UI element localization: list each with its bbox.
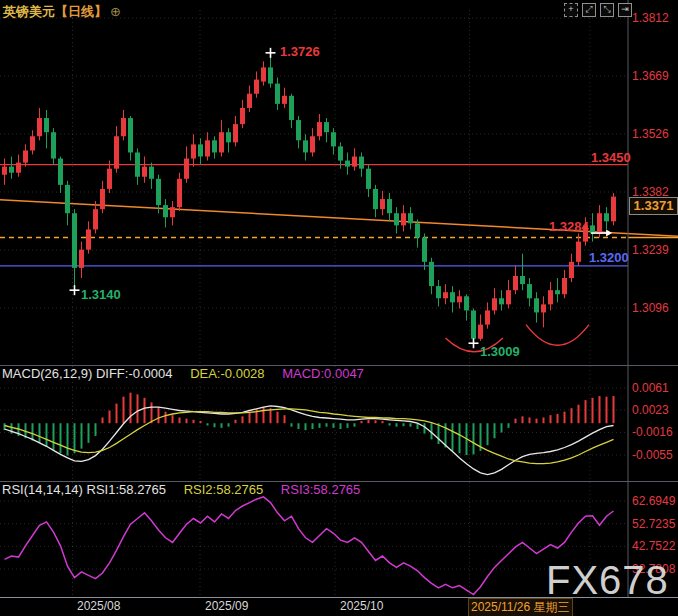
rsi-tick: 52.7235 xyxy=(632,517,675,531)
symbol-title: 英镑美元 xyxy=(3,4,55,19)
november-low-label: 1.3009 xyxy=(480,344,520,359)
swing-high-label: 1.3726 xyxy=(280,44,320,59)
chart-canvas[interactable] xyxy=(0,0,678,616)
price-tick: 1.3239 xyxy=(632,243,669,257)
price-tick: 1.3526 xyxy=(632,127,669,141)
chart-window: 英镑美元【日线】⊕ + ⤢ ⤡ ⇥ 1.3812 1.3669 1.3526 1… xyxy=(0,0,678,616)
zoom-y-fit-icon[interactable]: ⤢ xyxy=(582,3,596,17)
chart-header: 英镑美元【日线】⊕ xyxy=(3,3,121,21)
trendline-label: 1.3284 xyxy=(549,219,589,234)
macd-legend: MACD(26,12,9) DIFF:-0.0004 DEA:-0.0028 M… xyxy=(2,366,378,381)
price-tick: 1.3669 xyxy=(632,69,669,83)
rsi-line xyxy=(5,497,614,595)
swing-point-markers xyxy=(70,48,479,348)
month-label: 2025/08 xyxy=(77,599,120,613)
scroll-to-latest-icon[interactable]: ⇥ xyxy=(618,3,632,17)
pan-crosshair-icon[interactable]: + xyxy=(564,3,578,17)
resistance-label: 1.3450 xyxy=(591,150,631,165)
macd-diff-line xyxy=(5,406,614,475)
last-price-tag: 1.3371 xyxy=(629,197,678,215)
rsi-tick: 42.7522 xyxy=(632,539,675,553)
rsi2-label: RSI2:58.2765 xyxy=(184,482,264,497)
month-label: 2025/10 xyxy=(340,599,383,613)
price-tick: 1.3096 xyxy=(632,301,669,315)
macd-tick: -0.0016 xyxy=(632,425,673,439)
macd-tick: -0.0055 xyxy=(632,448,673,462)
rsi-legend: RSI(14,14,14) RSI1:58.2765 RSI2:58.2765 … xyxy=(2,482,374,497)
rsi1-label: RSI(14,14,14) RSI1:58.2765 xyxy=(2,482,166,497)
chart-toolbar: + ⤢ ⤡ ⇥ xyxy=(564,3,632,17)
macd-tick: 0.0023 xyxy=(632,403,669,417)
macd-histogram xyxy=(5,393,614,456)
rsi-tick: 62.6949 xyxy=(632,494,675,508)
period-label: 【日线】 xyxy=(55,4,107,19)
macd-dea-label: DEA:-0.0028 xyxy=(190,366,264,381)
support-label: 1.3200 xyxy=(589,250,629,265)
add-indicator-icon[interactable]: ⊕ xyxy=(110,4,121,19)
rsi3-label: RSI3:58.2765 xyxy=(281,482,361,497)
month-label: 2025/09 xyxy=(205,599,248,613)
zoom-x-fit-icon[interactable]: ⤡ xyxy=(600,3,614,17)
macd-diff-label: MACD(26,12,9) DIFF:-0.0004 xyxy=(2,366,173,381)
price-tick: 1.3812 xyxy=(632,11,669,25)
fx678-watermark: FX678 xyxy=(546,558,669,603)
august-low-label: 1.3140 xyxy=(81,287,121,302)
macd-tick: 0.0061 xyxy=(632,381,669,395)
macd-hist-label: MACD:0.0047 xyxy=(282,366,364,381)
